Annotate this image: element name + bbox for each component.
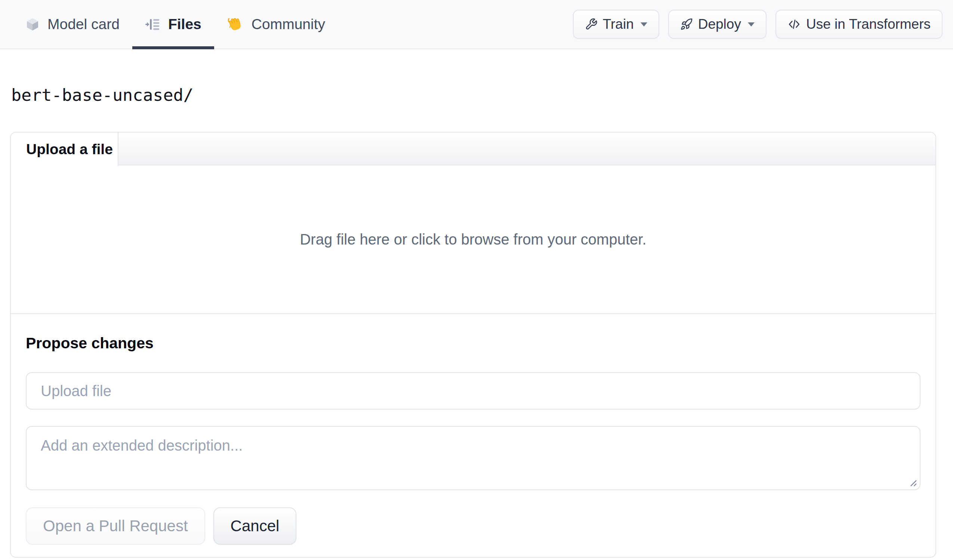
propose-changes-heading: Propose changes (26, 334, 920, 352)
upload-card-tabbar: Upload a file (11, 133, 936, 166)
dropzone-hint-text: Drag file here or click to browse from y… (300, 231, 646, 248)
tab-files[interactable]: Files (132, 0, 214, 48)
use-in-transformers-button[interactable]: Use in Transformers (776, 10, 942, 39)
tab-model-card[interactable]: Model card (12, 0, 132, 48)
tab-community-label: Community (251, 16, 325, 32)
open-pull-request-button[interactable]: Open a Pull Request (26, 507, 205, 545)
rocket-icon (680, 18, 693, 31)
breadcrumb: bert-base-uncased/ (11, 85, 953, 105)
tab-files-label: Files (168, 16, 202, 32)
deploy-button-label: Deploy (698, 16, 741, 32)
extended-description-textarea[interactable] (26, 426, 920, 490)
repo-nav-tabs: Model card Files (12, 0, 338, 48)
active-tab-underline (132, 46, 214, 49)
chevron-down-icon (641, 22, 647, 26)
file-dropzone[interactable]: Drag file here or click to browse from y… (11, 166, 936, 314)
propose-changes-section: Propose changes Open a Pull Request Canc… (11, 314, 936, 557)
tab-upload-a-file-label: Upload a file (26, 141, 113, 158)
resize-handle-icon[interactable] (906, 476, 917, 487)
repo-nav-actions: Train Deploy (573, 0, 942, 48)
chevron-down-icon (748, 22, 754, 26)
train-button[interactable]: Train (573, 10, 659, 39)
deploy-button[interactable]: Deploy (668, 10, 767, 39)
use-in-transformers-button-label: Use in Transformers (806, 16, 931, 32)
cancel-button[interactable]: Cancel (213, 507, 297, 545)
tab-community[interactable]: Community (214, 0, 338, 48)
files-list-icon (145, 16, 161, 32)
propose-actions-row: Open a Pull Request Cancel (26, 507, 920, 545)
description-field-wrapper (26, 426, 920, 490)
tab-upload-a-file[interactable]: Upload a file (11, 133, 118, 166)
cube-icon (25, 16, 40, 32)
wrench-icon (585, 18, 598, 31)
wave-hand-icon (227, 15, 244, 33)
repo-path[interactable]: bert-base-uncased/ (11, 85, 194, 105)
code-icon (787, 17, 801, 31)
upload-file-card: Upload a file Drag file here or click to… (10, 132, 936, 558)
upload-file-name-input[interactable] (26, 372, 920, 410)
tab-model-card-label: Model card (48, 16, 120, 32)
repo-nav: Model card Files (0, 0, 953, 49)
train-button-label: Train (603, 16, 634, 32)
